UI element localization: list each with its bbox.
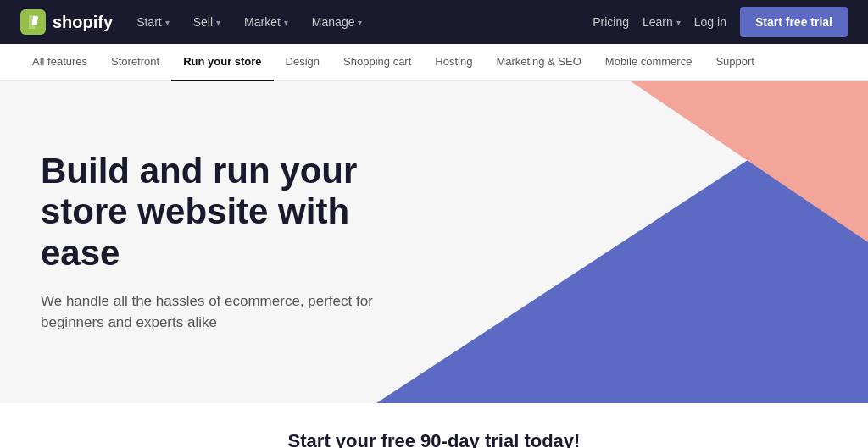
nav-start[interactable]: Start ▾	[126, 10, 180, 34]
nav-login[interactable]: Log in	[694, 15, 726, 29]
chevron-down-icon: ▾	[165, 18, 170, 27]
nav-pricing[interactable]: Pricing	[593, 15, 629, 29]
hero-subtitle: We handle all the hassles of ecommerce, …	[41, 290, 400, 334]
top-cta-button[interactable]: Start free trial	[740, 7, 848, 37]
sec-nav-all-features[interactable]: All features	[20, 44, 99, 81]
sec-nav-mobile-commerce[interactable]: Mobile commerce	[593, 44, 704, 81]
sec-nav-run-your-store[interactable]: Run your store	[171, 44, 273, 81]
hero-content: Build and run your store website with ea…	[0, 117, 441, 368]
hero-title: Build and run your store website with ea…	[41, 151, 400, 274]
svg-rect-0	[29, 15, 35, 29]
pink-triangle	[631, 81, 868, 242]
logo-text: shopify	[53, 13, 113, 32]
cta-section: Start your free 90-day trial today! Star…	[0, 403, 868, 448]
sec-nav-support[interactable]: Support	[704, 44, 766, 81]
nav-learn[interactable]: Learn ▾	[643, 15, 681, 29]
chevron-down-icon: ▾	[216, 18, 220, 27]
right-nav: Pricing Learn ▾ Log in Start free trial	[593, 7, 848, 37]
sec-nav-design[interactable]: Design	[274, 44, 331, 81]
nav-manage[interactable]: Manage ▾	[302, 10, 373, 34]
hero-shapes	[376, 81, 868, 403]
shopify-logo-icon	[20, 9, 46, 35]
nav-sell[interactable]: Sell ▾	[183, 10, 231, 34]
sec-nav-marketing-seo[interactable]: Marketing & SEO	[484, 44, 593, 81]
nav-market[interactable]: Market ▾	[234, 10, 298, 34]
sec-nav-hosting[interactable]: Hosting	[423, 44, 484, 81]
sec-nav-shopping-cart[interactable]: Shopping cart	[331, 44, 423, 81]
cta-title: Start your free 90-day trial today!	[288, 430, 581, 448]
sec-nav-storefront[interactable]: Storefront	[99, 44, 171, 81]
chevron-down-icon: ▾	[284, 18, 288, 27]
logo[interactable]: shopify	[20, 9, 113, 35]
chevron-down-icon: ▾	[358, 18, 362, 27]
secondary-nav: All features Storefront Run your store D…	[0, 44, 868, 81]
main-nav: Start ▾ Sell ▾ Market ▾ Manage ▾	[126, 10, 593, 34]
chevron-down-icon: ▾	[676, 18, 681, 27]
hero-section: Build and run your store website with ea…	[0, 81, 868, 403]
top-nav: shopify Start ▾ Sell ▾ Market ▾ Manage ▾…	[0, 0, 868, 44]
